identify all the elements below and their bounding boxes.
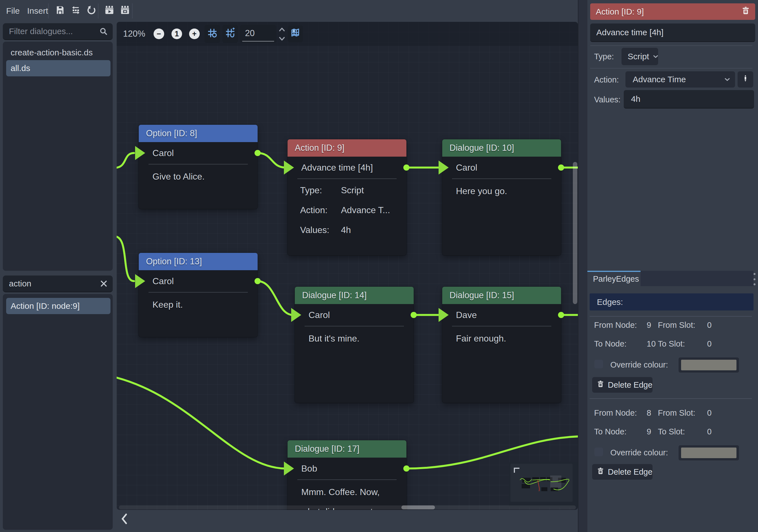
canvas-vertical-scrollbar[interactable] [573,162,577,304]
to-node-value: 9 [647,427,658,436]
node-text: Fair enough. [456,329,554,348]
edit-action-button[interactable] [738,71,753,88]
to-slot-label: To Slot: [658,339,707,348]
type-dropdown[interactable]: Script [622,48,658,65]
to-node-value: 10 [647,339,658,348]
graph-toolbar: 120% − 1 + 20 [117,22,578,46]
node-title[interactable]: Dialogue [ID: 15] [442,287,561,304]
from-node-value: 8 [647,408,658,418]
node-title[interactable]: Dialogue [ID: 17] [288,440,406,458]
test-scene-button[interactable] [119,5,131,18]
graph-node-option-13[interactable]: Option [ID: 13]CarolKeep it. [139,253,258,337]
values-value: 4h [631,94,640,104]
pencil-icon [741,75,749,85]
graph-node-dialogue-17[interactable]: Dialogue [ID: 17]BobMmm. Coffee. Now, wh… [288,440,406,510]
to-slot-value: 0 [707,427,711,436]
canvas-horizontal-scrollbar-track[interactable] [119,506,576,509]
menubar-separator [48,3,49,18]
search-icon [99,26,108,36]
node-name-input[interactable]: Advance time [4h] [590,23,755,42]
panel-menu-button[interactable] [752,273,756,285]
node-speaker: Carol [153,270,250,292]
toggle-grid-snap-button[interactable] [204,25,220,43]
dialogue-file-item[interactable]: create-action-basic.ds [11,45,111,61]
graph-node-dialogue-10[interactable]: Dialogue [ID: 10]CarolHere you go. [442,139,561,255]
node-speaker: Carol [308,304,406,326]
test-dialogue-button[interactable] [103,5,116,18]
dialogue-file-item-selected[interactable]: all.ds [6,60,111,76]
undo-button[interactable] [85,5,98,18]
parley-dialogue-editor: File Insert [0,0,758,532]
node-title[interactable]: Dialogue [ID: 10] [442,139,561,157]
node-speaker: Advance time [4h] [301,157,399,178]
zoom-in-button[interactable]: + [189,28,200,39]
spin-up-icon [280,28,284,31]
zoom-level-label: 120% [123,22,145,46]
graph-node-action-9[interactable]: Action [ID: 9]Advance time [4h]Type:Scri… [288,139,406,255]
node-title[interactable]: Option [ID: 8] [139,125,258,142]
save-button[interactable] [54,5,67,18]
delete-edge-label: Delete Edge [608,467,653,477]
grid-magnet-icon [224,27,236,41]
node-filter-input[interactable]: action [3,275,113,292]
clear-filter-button[interactable] [99,279,108,288]
node-separator [452,178,551,179]
graph-node-dialogue-14[interactable]: Dialogue [ID: 14]CarolBut it's mine. [295,287,414,403]
node-filter-result-selected[interactable]: Action [ID: node:9] [6,298,111,314]
graph-node-option-8[interactable]: Option [ID: 8]CarolGive to Alice. [139,125,258,209]
node-title[interactable]: Dialogue [ID: 14] [295,287,414,304]
inspector-panel: Action [ID: 9] Advance time [4h] Type: S… [587,0,758,532]
type-value: Script [628,52,649,61]
arrange-nodes-button[interactable] [69,5,82,18]
graph-canvas[interactable]: Option [ID: 8]CarolGive to Alice.Action … [117,22,578,510]
from-slot-value: 0 [707,408,711,418]
to-slot-label: To Slot: [658,427,707,436]
node-filter-value: action [9,279,99,288]
inspector-separator [590,68,752,69]
tab-parleyedges[interactable]: ParleyEdges [587,271,640,286]
save-icon [55,5,65,17]
action-dropdown[interactable]: Advance Time [625,71,735,88]
panel-divider[interactable] [578,0,588,532]
zoom-reset-button[interactable]: 1 [171,28,182,39]
override-colour-checkbox[interactable] [594,360,603,369]
snap-step-spinbox[interactable]: 20 [240,25,276,43]
node-separator [452,326,551,326]
graph-minimap[interactable] [509,462,578,507]
edge-row-from: From Node: 8 From Slot: 0 [594,407,752,418]
node-name-value: Advance time [4h] [596,28,664,37]
node-filter-results: Action [ID: node:9] [3,294,113,530]
inspector-separator [590,45,752,46]
edges-separator [590,316,752,317]
test-dialogue-icon [104,5,115,18]
node-speaker: Dave [456,304,554,326]
menu-file[interactable]: File [6,0,19,22]
colour-swatch [681,447,737,458]
collapse-sidebar-button[interactable] [121,513,129,526]
grid-step-button[interactable] [223,25,238,43]
node-title[interactable]: Action [ID: 9] [288,139,406,157]
trash-icon [597,380,604,390]
arrange-nodes-icon [71,5,81,17]
zoom-out-button[interactable]: − [154,28,164,39]
inspector-header: Action [ID: 9] [590,3,755,20]
delete-node-button[interactable] [741,6,750,17]
delete-edge-button[interactable]: Delete Edge [592,377,653,393]
chevron-down-icon [723,76,731,83]
delete-edge-button[interactable]: Delete Edge [592,464,653,480]
node-field: Values:4h [300,224,401,236]
grid-snap-icon [207,27,218,41]
canvas-horizontal-scrollbar-thumb[interactable] [401,506,435,509]
node-title[interactable]: Option [ID: 13] [139,253,258,270]
dialogues-filter-input[interactable]: Filter dialogues... [3,23,113,40]
edge-row-from: From Node: 9 From Slot: 0 [594,319,752,331]
values-input[interactable]: 4h [624,90,754,109]
toggle-minimap-button[interactable] [288,25,303,42]
menu-insert[interactable]: Insert [27,0,48,22]
override-colour-checkbox[interactable] [594,447,603,456]
graph-node-dialogue-15[interactable]: Dialogue [ID: 15]DaveFair enough. [442,287,561,403]
snap-step-steppers[interactable] [278,26,286,42]
edge-into-dialogue17 [117,377,286,469]
colour-picker[interactable] [678,445,739,460]
colour-picker[interactable] [678,357,739,372]
